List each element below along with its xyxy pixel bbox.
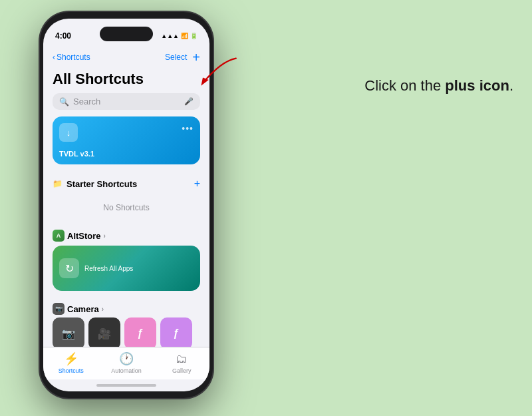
section-title: 📁 Starter Shortcuts (53, 179, 137, 189)
battery-icon: 🔋 (190, 33, 198, 39)
svg-marker-0 (201, 78, 208, 86)
automation-tab-icon: 🕐 (119, 351, 134, 366)
camera-shortcut-1[interactable]: 📷 (53, 317, 84, 347)
tab-gallery[interactable]: 🗂 Gallery (154, 352, 209, 374)
card-dots-icon[interactable]: ••• (182, 123, 194, 134)
annotation-arrow (198, 55, 245, 91)
tab-automation[interactable]: 🕐 Automation (98, 351, 154, 374)
search-bar[interactable]: 🔍 Search 🎤 (53, 93, 200, 110)
altstore-shortcut-label: Refresh All Apps (84, 264, 133, 273)
camera-chevron-icon: › (102, 306, 104, 313)
gallery-tab-icon: 🗂 (176, 352, 188, 366)
camera-section: 📷 Camera › 📷 🎥 ƒ ƒ (43, 298, 209, 347)
search-placeholder: Search (73, 97, 180, 106)
wifi-icon: 📶 (181, 33, 188, 39)
phone-screen: 4:00 ▲▲▲ 📶 🔋 ‹ Shortcuts Select + All Sh… (43, 19, 209, 391)
chevron-left-icon: ‹ (53, 53, 55, 62)
tvdl-label: TVDL v3.1 (59, 150, 194, 158)
status-icons: ▲▲▲ 📶 🔋 (161, 33, 198, 39)
altstore-shortcut-card[interactable]: ↻ Refresh All Apps (53, 246, 200, 291)
nav-actions: Select + (165, 51, 200, 64)
chevron-right-icon: › (104, 232, 106, 240)
camera-folder-icon: 📷 (53, 303, 65, 315)
altstore-section: A AltStore › ↻ Refresh All Apps (43, 226, 209, 291)
scroll-content: ↓ ••• TVDL v3.1 📁 Starter Shortcuts + No… (43, 116, 209, 347)
nav-bar: ‹ Shortcuts Select + (43, 49, 209, 68)
camera-shortcut-4[interactable]: ƒ (160, 317, 192, 347)
altstore-icon: A (53, 230, 65, 242)
altstore-header[interactable]: A AltStore › (43, 226, 209, 246)
tvdl-symbol: ↓ (66, 128, 71, 138)
camera-shortcuts-row: 📷 🎥 ƒ ƒ (43, 317, 209, 347)
camera-icon-3: ƒ (138, 327, 144, 339)
camera-shortcut-2[interactable]: 🎥 (88, 317, 120, 347)
annotation-text: Click on the plus icon. (364, 77, 513, 95)
back-button[interactable]: ‹ Shortcuts (53, 53, 90, 62)
starter-shortcuts-section: 📁 Starter Shortcuts + (43, 174, 209, 192)
folder-icon: 📁 (53, 179, 63, 188)
camera-icon-4: ƒ (174, 327, 180, 339)
mic-icon: 🎤 (184, 97, 194, 106)
tvdl-shortcut-card[interactable]: ↓ ••• TVDL v3.1 (53, 116, 200, 164)
camera-icon-2: 🎥 (98, 327, 111, 340)
signal-icon: ▲▲▲ (161, 33, 179, 39)
home-bar (96, 384, 156, 387)
status-time: 4:00 (55, 31, 71, 41)
starter-shortcuts-add-button[interactable]: + (194, 178, 200, 190)
select-button[interactable]: Select (165, 53, 187, 62)
refresh-icon: ↻ (59, 258, 79, 278)
phone-frame: 4:00 ▲▲▲ 📶 🔋 ‹ Shortcuts Select + All Sh… (40, 12, 213, 398)
home-indicator (43, 379, 209, 391)
shortcuts-tab-icon: ⚡ (64, 351, 78, 366)
camera-icon-1: 📷 (62, 327, 75, 340)
no-shortcuts-text: No Shortcuts (43, 192, 209, 226)
camera-header[interactable]: 📷 Camera › (43, 298, 209, 317)
tab-shortcuts[interactable]: ⚡ Shortcuts (43, 351, 98, 374)
page-title: All Shortcuts (43, 68, 209, 93)
camera-shortcut-3[interactable]: ƒ (124, 317, 156, 347)
tvdl-icon: ↓ (59, 123, 78, 142)
dynamic-island (100, 27, 153, 41)
search-icon: 🔍 (59, 97, 69, 106)
tab-bar: ⚡ Shortcuts 🕐 Automation 🗂 Gallery (43, 347, 209, 379)
